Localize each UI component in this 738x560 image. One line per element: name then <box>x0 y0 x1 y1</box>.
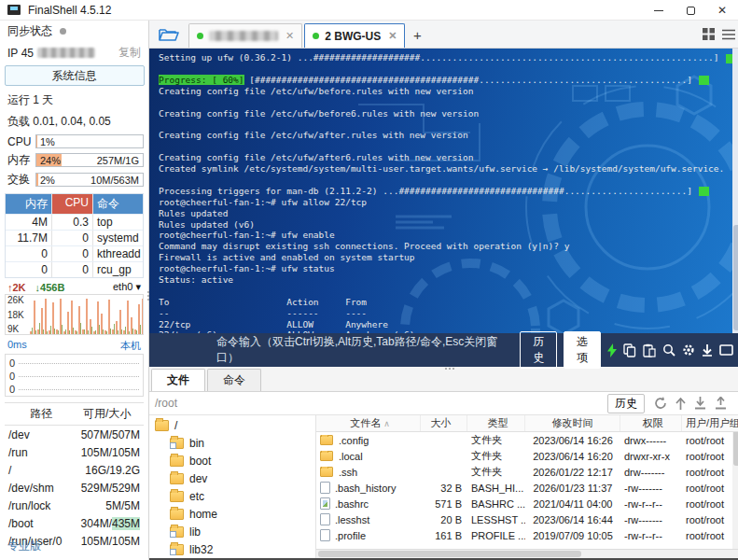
traffic-bar <box>112 297 115 334</box>
new-tab-button[interactable]: + <box>407 25 427 48</box>
tree-item-etc[interactable]: etc <box>149 487 315 505</box>
memory-percent: 24% <box>40 155 61 166</box>
edition-label: 专业版 <box>7 539 41 554</box>
file-col-0[interactable]: 文件名 ∧ <box>316 415 421 431</box>
disk-row[interactable]: /dev/shm529M/529M <box>5 479 144 497</box>
upload-icon[interactable] <box>715 397 727 410</box>
terminal-line: To Action From <box>159 297 730 308</box>
parent-directory-icon[interactable] <box>675 398 686 410</box>
layout-grid-icon[interactable] <box>703 28 715 40</box>
process-row[interactable]: 4M0.3top <box>6 214 143 230</box>
file-icon <box>320 529 330 541</box>
process-col-command[interactable]: 命令 <box>93 194 143 214</box>
sync-status-dot <box>60 28 66 35</box>
tree-item-bin[interactable]: bin <box>149 434 315 452</box>
copy-icon[interactable] <box>623 343 636 357</box>
traffic-bar <box>45 297 48 334</box>
file-row[interactable]: .local 文件夹 2023/06/14 16:20 drwxr-xr-x r… <box>316 448 738 464</box>
panel-splitter[interactable] <box>445 368 454 370</box>
file-row[interactable]: .ssh 文件夹 2026/01/22 12:17 drw------- roo… <box>316 464 738 480</box>
traffic-bar <box>71 297 74 334</box>
file-col-1[interactable]: 大小 <box>421 415 467 431</box>
tree-item-lib32[interactable]: lib32 <box>149 540 315 558</box>
session-tab-1[interactable]: ✕ <box>188 23 302 48</box>
process-row[interactable]: 00rcu_gp <box>6 261 143 277</box>
search-icon[interactable] <box>662 343 675 357</box>
file-row[interactable]: .profile 161 B PROFILE ... 2019/07/09 10… <box>316 527 738 543</box>
tree-item-lib[interactable]: lib <box>149 523 315 540</box>
close-button[interactable]: ✕ <box>706 0 738 21</box>
options-button[interactable]: 选项 <box>564 331 601 369</box>
traffic-bar <box>90 297 92 334</box>
interface-selector[interactable]: eth0 ▾ <box>113 281 141 293</box>
path-input[interactable]: /root <box>155 397 607 410</box>
process-col-cpu[interactable]: CPU <box>52 194 93 214</box>
disk-row[interactable]: /run/lock5M/5M <box>5 497 144 514</box>
commands-tab[interactable]: 命令 <box>207 369 261 391</box>
maximize-button[interactable] <box>675 0 706 21</box>
file-row[interactable]: .config 文件夹 2023/06/14 16:26 drwx------ … <box>316 432 738 448</box>
folder-icon <box>170 491 184 502</box>
traffic-bar <box>93 297 96 334</box>
session-tab-2[interactable]: 2 BWG-US ✕ <box>304 23 405 48</box>
refresh-icon[interactable] <box>654 397 667 410</box>
process-row[interactable]: 11.7M0systemd <box>6 230 143 245</box>
folder-icon <box>170 526 184 538</box>
copy-ip-link[interactable]: 复制 <box>118 45 141 61</box>
terminal-line: Rules updated <box>159 208 730 219</box>
ping-row: 0 <box>9 370 139 383</box>
system-info-button[interactable]: 系统信息 <box>5 65 145 86</box>
file-row[interactable]: .lesshst 20 B LESSHST ... 2023/06/14 16:… <box>316 511 738 527</box>
process-row[interactable]: 00kthreadd <box>6 245 143 261</box>
terminal-line: Creating config file /etc/ufw/after.rule… <box>159 130 730 141</box>
horizontal-scrollbar[interactable] <box>316 549 738 558</box>
disk-col-path[interactable]: 路径 <box>8 406 75 422</box>
settings-gear-icon[interactable] <box>682 343 695 357</box>
open-connection-icon[interactable] <box>159 27 179 42</box>
tree-item-home[interactable]: home <box>149 505 315 523</box>
terminal[interactable]: Setting up ufw (0.36.2-1) ...###########… <box>149 49 738 333</box>
file-col-2[interactable]: 类型 <box>467 415 525 431</box>
tree-item-boot[interactable]: boot <box>149 452 315 469</box>
disk-row[interactable]: /run105M/105M <box>5 443 144 461</box>
path-history-button[interactable]: 历史 <box>607 394 645 413</box>
history-button[interactable]: 历史 <box>520 331 557 369</box>
net-tick-26k: 26K <box>7 295 28 305</box>
minimize-button[interactable] <box>643 0 675 21</box>
download-icon[interactable] <box>694 397 706 410</box>
download-rate: ↓456B <box>35 282 65 293</box>
tab2-close-icon[interactable]: ✕ <box>388 30 397 42</box>
collapse-down-icon[interactable] <box>702 344 713 357</box>
tree-item-dev[interactable]: dev <box>149 469 315 487</box>
file-row[interactable]: .bash_history 32 B BASH_HI... 2026/01/23… <box>316 480 738 496</box>
terminal-line <box>159 119 730 131</box>
folder-icon <box>155 420 169 431</box>
menu-icon[interactable] <box>722 29 735 40</box>
terminal-scrollbar[interactable] <box>732 49 738 333</box>
file-row[interactable]: .bashrc 571 B BASHRC ... 2021/04/11 04:0… <box>316 496 738 511</box>
connected-dot-icon <box>197 33 203 39</box>
file-manager-panel: 文件 命令 /root 历史 /binbootdevetchomeliblib3… <box>149 367 738 560</box>
folder-icon <box>170 455 184 467</box>
power-icon[interactable] <box>607 343 617 357</box>
fullscreen-icon[interactable] <box>719 344 733 356</box>
paste-icon[interactable] <box>643 343 656 357</box>
command-input-bar[interactable]: 命令输入（双击Ctrl切换,Alt历史,Tab路径/命令,Esc关闭窗口） 历史… <box>149 333 738 367</box>
folder-icon <box>320 451 333 461</box>
file-col-3[interactable]: 修改时间 <box>525 415 620 431</box>
disk-row[interactable]: /dev507M/507M <box>5 426 144 443</box>
ping-target[interactable]: 本机 <box>120 339 141 353</box>
swap-meter: 2% 10M/563M <box>35 173 144 187</box>
disk-col-size[interactable]: 可用/大小 <box>75 406 141 422</box>
tab1-close-icon[interactable]: ✕ <box>285 30 294 42</box>
file-col-5[interactable]: 用户/用户组 <box>682 415 738 431</box>
files-tab[interactable]: 文件 <box>151 369 205 391</box>
disk-row[interactable]: /boot304M/435M <box>5 514 144 532</box>
folder-icon <box>170 473 184 484</box>
terminal-line: Command may disrupt existing ssh connect… <box>159 241 730 252</box>
tree-item-root[interactable]: / <box>149 416 315 434</box>
disk-row[interactable]: /16G/19.2G <box>5 461 144 479</box>
command-input-placeholder: 命令输入（双击Ctrl切换,Alt历史,Tab路径/命令,Esc关闭窗口） <box>216 334 520 366</box>
process-col-memory[interactable]: 内存 <box>6 194 52 214</box>
file-col-4[interactable]: 权限 <box>620 415 682 431</box>
